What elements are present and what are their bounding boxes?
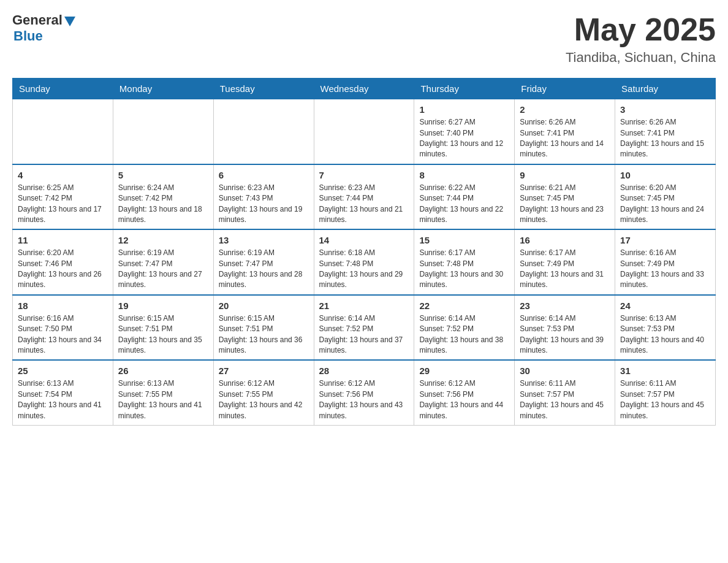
day-number: 31 bbox=[620, 364, 710, 377]
day-info: Sunrise: 6:15 AM Sunset: 7:51 PM Dayligh… bbox=[219, 313, 309, 356]
calendar-cell: 16Sunrise: 6:17 AM Sunset: 7:49 PM Dayli… bbox=[515, 229, 615, 295]
day-info: Sunrise: 6:23 AM Sunset: 7:43 PM Dayligh… bbox=[219, 183, 309, 226]
calendar-cell: 19Sunrise: 6:15 AM Sunset: 7:51 PM Dayli… bbox=[113, 295, 213, 361]
day-number: 5 bbox=[118, 169, 208, 182]
day-number: 17 bbox=[620, 234, 710, 247]
calendar-cell: 7Sunrise: 6:23 AM Sunset: 7:44 PM Daylig… bbox=[314, 164, 414, 230]
day-info: Sunrise: 6:23 AM Sunset: 7:44 PM Dayligh… bbox=[319, 183, 409, 226]
day-number: 19 bbox=[118, 299, 208, 312]
calendar-cell: 17Sunrise: 6:16 AM Sunset: 7:49 PM Dayli… bbox=[615, 229, 716, 295]
calendar-cell: 12Sunrise: 6:19 AM Sunset: 7:47 PM Dayli… bbox=[113, 229, 213, 295]
day-number: 20 bbox=[219, 299, 309, 312]
calendar-cell: 5Sunrise: 6:24 AM Sunset: 7:42 PM Daylig… bbox=[113, 164, 213, 230]
day-info: Sunrise: 6:17 AM Sunset: 7:49 PM Dayligh… bbox=[520, 248, 610, 291]
calendar-week-row: 4Sunrise: 6:25 AM Sunset: 7:42 PM Daylig… bbox=[13, 164, 716, 230]
page-header: General Blue May 2025 Tiandiba, Sichuan,… bbox=[12, 12, 716, 66]
logo-blue: Blue bbox=[13, 28, 43, 44]
day-info: Sunrise: 6:16 AM Sunset: 7:50 PM Dayligh… bbox=[18, 313, 108, 356]
logo-triangle-icon bbox=[64, 17, 75, 26]
calendar-cell: 23Sunrise: 6:14 AM Sunset: 7:53 PM Dayli… bbox=[515, 295, 615, 361]
calendar-header-wednesday: Wednesday bbox=[314, 79, 414, 99]
day-number: 21 bbox=[319, 299, 409, 312]
day-number: 1 bbox=[419, 103, 509, 116]
calendar-cell: 6Sunrise: 6:23 AM Sunset: 7:43 PM Daylig… bbox=[213, 164, 314, 230]
day-number: 25 bbox=[18, 364, 108, 377]
day-number: 23 bbox=[520, 299, 610, 312]
day-info: Sunrise: 6:14 AM Sunset: 7:52 PM Dayligh… bbox=[319, 313, 409, 356]
title-area: May 2025 Tiandiba, Sichuan, China bbox=[566, 12, 716, 66]
day-info: Sunrise: 6:26 AM Sunset: 7:41 PM Dayligh… bbox=[620, 117, 710, 160]
day-info: Sunrise: 6:25 AM Sunset: 7:42 PM Dayligh… bbox=[18, 183, 108, 226]
day-info: Sunrise: 6:14 AM Sunset: 7:53 PM Dayligh… bbox=[520, 313, 610, 356]
calendar-cell: 31Sunrise: 6:11 AM Sunset: 7:57 PM Dayli… bbox=[615, 360, 716, 425]
day-info: Sunrise: 6:21 AM Sunset: 7:45 PM Dayligh… bbox=[520, 183, 610, 226]
day-number: 26 bbox=[118, 364, 208, 377]
day-number: 22 bbox=[419, 299, 509, 312]
day-number: 18 bbox=[18, 299, 108, 312]
day-info: Sunrise: 6:13 AM Sunset: 7:55 PM Dayligh… bbox=[118, 378, 208, 421]
month-title: May 2025 bbox=[566, 12, 716, 47]
day-info: Sunrise: 6:24 AM Sunset: 7:42 PM Dayligh… bbox=[118, 183, 208, 226]
day-number: 12 bbox=[118, 234, 208, 247]
day-info: Sunrise: 6:13 AM Sunset: 7:53 PM Dayligh… bbox=[620, 313, 710, 356]
calendar-cell bbox=[113, 99, 213, 164]
calendar-cell bbox=[213, 99, 314, 164]
day-info: Sunrise: 6:14 AM Sunset: 7:52 PM Dayligh… bbox=[419, 313, 509, 356]
calendar-cell: 20Sunrise: 6:15 AM Sunset: 7:51 PM Dayli… bbox=[213, 295, 314, 361]
calendar-header-thursday: Thursday bbox=[414, 79, 515, 99]
calendar-cell: 22Sunrise: 6:14 AM Sunset: 7:52 PM Dayli… bbox=[414, 295, 515, 361]
day-info: Sunrise: 6:20 AM Sunset: 7:46 PM Dayligh… bbox=[18, 248, 108, 291]
calendar-table: SundayMondayTuesdayWednesdayThursdayFrid… bbox=[12, 78, 716, 426]
day-info: Sunrise: 6:26 AM Sunset: 7:41 PM Dayligh… bbox=[520, 117, 610, 160]
calendar-cell: 30Sunrise: 6:11 AM Sunset: 7:57 PM Dayli… bbox=[515, 360, 615, 425]
day-number: 15 bbox=[419, 234, 509, 247]
calendar-week-row: 11Sunrise: 6:20 AM Sunset: 7:46 PM Dayli… bbox=[13, 229, 716, 295]
calendar-cell: 9Sunrise: 6:21 AM Sunset: 7:45 PM Daylig… bbox=[515, 164, 615, 230]
calendar-cell: 28Sunrise: 6:12 AM Sunset: 7:56 PM Dayli… bbox=[314, 360, 414, 425]
day-number: 24 bbox=[620, 299, 710, 312]
calendar-cell: 11Sunrise: 6:20 AM Sunset: 7:46 PM Dayli… bbox=[13, 229, 113, 295]
day-info: Sunrise: 6:19 AM Sunset: 7:47 PM Dayligh… bbox=[219, 248, 309, 291]
day-number: 13 bbox=[219, 234, 309, 247]
calendar-header-friday: Friday bbox=[515, 79, 615, 99]
day-info: Sunrise: 6:13 AM Sunset: 7:54 PM Dayligh… bbox=[18, 378, 108, 421]
calendar-header-tuesday: Tuesday bbox=[213, 79, 314, 99]
day-number: 3 bbox=[620, 103, 710, 116]
day-number: 30 bbox=[520, 364, 610, 377]
day-number: 27 bbox=[219, 364, 309, 377]
calendar-cell: 10Sunrise: 6:20 AM Sunset: 7:45 PM Dayli… bbox=[615, 164, 716, 230]
logo: General Blue bbox=[12, 12, 75, 44]
calendar-cell: 15Sunrise: 6:17 AM Sunset: 7:48 PM Dayli… bbox=[414, 229, 515, 295]
calendar-cell: 8Sunrise: 6:22 AM Sunset: 7:44 PM Daylig… bbox=[414, 164, 515, 230]
day-info: Sunrise: 6:19 AM Sunset: 7:47 PM Dayligh… bbox=[118, 248, 208, 291]
calendar-cell: 25Sunrise: 6:13 AM Sunset: 7:54 PM Dayli… bbox=[13, 360, 113, 425]
day-info: Sunrise: 6:18 AM Sunset: 7:48 PM Dayligh… bbox=[319, 248, 409, 291]
day-info: Sunrise: 6:20 AM Sunset: 7:45 PM Dayligh… bbox=[620, 183, 710, 226]
day-info: Sunrise: 6:11 AM Sunset: 7:57 PM Dayligh… bbox=[620, 378, 710, 421]
calendar-cell: 13Sunrise: 6:19 AM Sunset: 7:47 PM Dayli… bbox=[213, 229, 314, 295]
day-number: 14 bbox=[319, 234, 409, 247]
calendar-cell: 18Sunrise: 6:16 AM Sunset: 7:50 PM Dayli… bbox=[13, 295, 113, 361]
calendar-cell: 29Sunrise: 6:12 AM Sunset: 7:56 PM Dayli… bbox=[414, 360, 515, 425]
calendar-header-monday: Monday bbox=[113, 79, 213, 99]
day-number: 10 bbox=[620, 169, 710, 182]
day-number: 6 bbox=[219, 169, 309, 182]
day-number: 4 bbox=[18, 169, 108, 182]
calendar-cell: 21Sunrise: 6:14 AM Sunset: 7:52 PM Dayli… bbox=[314, 295, 414, 361]
day-number: 16 bbox=[520, 234, 610, 247]
day-number: 29 bbox=[419, 364, 509, 377]
calendar-cell: 14Sunrise: 6:18 AM Sunset: 7:48 PM Dayli… bbox=[314, 229, 414, 295]
day-number: 28 bbox=[319, 364, 409, 377]
calendar-week-row: 1Sunrise: 6:27 AM Sunset: 7:40 PM Daylig… bbox=[13, 99, 716, 164]
calendar-cell: 4Sunrise: 6:25 AM Sunset: 7:42 PM Daylig… bbox=[13, 164, 113, 230]
calendar-cell: 1Sunrise: 6:27 AM Sunset: 7:40 PM Daylig… bbox=[414, 99, 515, 164]
calendar-header-sunday: Sunday bbox=[13, 79, 113, 99]
day-info: Sunrise: 6:16 AM Sunset: 7:49 PM Dayligh… bbox=[620, 248, 710, 291]
day-info: Sunrise: 6:12 AM Sunset: 7:56 PM Dayligh… bbox=[419, 378, 509, 421]
calendar-week-row: 18Sunrise: 6:16 AM Sunset: 7:50 PM Dayli… bbox=[13, 295, 716, 361]
day-number: 9 bbox=[520, 169, 610, 182]
day-info: Sunrise: 6:22 AM Sunset: 7:44 PM Dayligh… bbox=[419, 183, 509, 226]
day-info: Sunrise: 6:12 AM Sunset: 7:56 PM Dayligh… bbox=[319, 378, 409, 421]
day-info: Sunrise: 6:11 AM Sunset: 7:57 PM Dayligh… bbox=[520, 378, 610, 421]
calendar-cell: 2Sunrise: 6:26 AM Sunset: 7:41 PM Daylig… bbox=[515, 99, 615, 164]
